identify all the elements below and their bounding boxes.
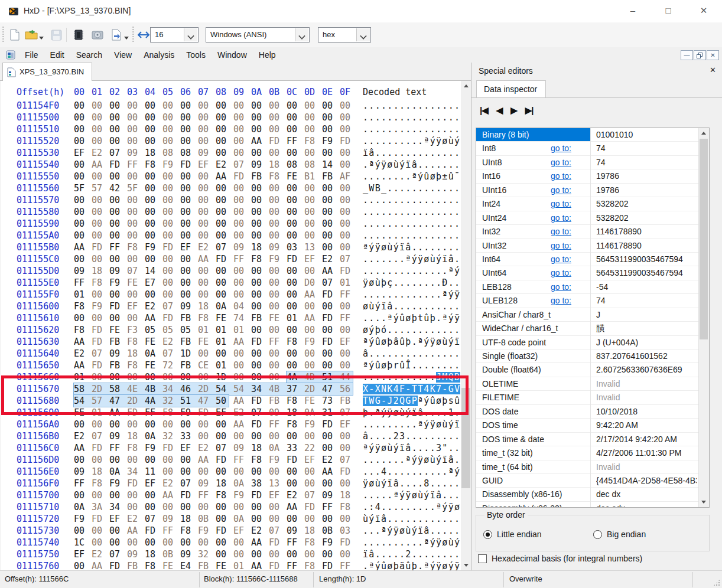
menu-item-analysis[interactable]: Analysis xyxy=(138,47,180,63)
hex-byte[interactable]: 00 xyxy=(145,100,162,112)
inspector-row[interactable]: GUID{44514D4A-2D58-4E58-4B34 xyxy=(476,474,699,488)
hex-byte[interactable]: 00 xyxy=(127,312,145,324)
hex-byte[interactable]: 00 xyxy=(251,324,269,336)
hex-byte[interactable]: EF xyxy=(180,241,198,253)
decoded-cell[interactable]: ïâ.....2........ xyxy=(363,548,460,560)
hex-byte[interactable]: F8 xyxy=(304,560,322,570)
inspector-value[interactable]: J (U+004A) xyxy=(596,338,697,347)
inspector-row[interactable]: Disassembly (x86-32)dec edx xyxy=(476,502,699,508)
nav-first-button[interactable]: |◀ xyxy=(480,105,488,120)
hex-byte[interactable]: 00 xyxy=(74,218,92,230)
hex-byte[interactable]: EF xyxy=(180,442,198,454)
inspector-scrollbar[interactable] xyxy=(698,128,709,507)
hex-byte[interactable]: 00 xyxy=(162,112,180,123)
hex-byte[interactable]: AA xyxy=(74,442,92,454)
hex-byte[interactable]: 00 xyxy=(198,206,216,218)
hex-byte[interactable]: 00 xyxy=(233,112,251,123)
hex-byte[interactable]: 00 xyxy=(340,123,357,135)
hex-byte[interactable]: 00 xyxy=(74,454,92,466)
tab-data-inspector[interactable]: Data inspector xyxy=(476,80,546,98)
hex-byte[interactable]: 00 xyxy=(340,100,357,112)
hex-byte[interactable]: 00 xyxy=(162,537,180,548)
hex-byte[interactable]: 00 xyxy=(127,253,145,265)
hex-byte[interactable]: 00 xyxy=(216,123,233,135)
hex-byte[interactable]: 00 xyxy=(145,135,162,147)
hex-byte[interactable]: 00 xyxy=(269,147,287,159)
hex-byte[interactable]: 09 xyxy=(198,478,216,489)
hex-bytes[interactable]: 5457472D4A32514750AAFDFBF8FE73FB xyxy=(74,395,357,407)
hex-byte[interactable]: 00 xyxy=(180,171,198,182)
inspector-value[interactable]: 2.60725633607636E69 xyxy=(596,365,697,374)
decoded-cell[interactable]: ÿøùýïâ....8..... xyxy=(363,478,460,489)
hex-byte[interactable]: F9 xyxy=(74,513,92,525)
hex-byte[interactable]: 00 xyxy=(269,324,287,336)
hex-byte[interactable]: 00 xyxy=(340,324,357,336)
hex-byte[interactable]: 33 xyxy=(287,442,304,454)
hex-byte[interactable]: 00 xyxy=(74,312,92,324)
hex-byte[interactable]: 0A xyxy=(233,478,251,489)
hex-byte[interactable]: 01 xyxy=(216,324,233,336)
hex-byte[interactable]: 07 xyxy=(233,159,251,171)
hex-byte[interactable]: 00 xyxy=(287,182,304,194)
decoded-cell[interactable]: ªýÿøùýïâ........ xyxy=(363,241,460,253)
hex-byte[interactable]: 09 xyxy=(109,348,127,360)
radio-big-endian[interactable]: Big endian xyxy=(593,530,646,539)
hex-byte[interactable]: 00 xyxy=(92,194,109,206)
inspector-row[interactable]: Binary (8 bit)01001010 xyxy=(476,128,699,142)
checkbox-unchecked-icon[interactable] xyxy=(478,554,487,563)
hex-byte[interactable]: 00 xyxy=(109,525,127,537)
hex-byte[interactable]: 00 xyxy=(287,289,304,300)
hex-byte[interactable]: 00 xyxy=(216,230,233,241)
hex-byte[interactable]: AF xyxy=(340,171,357,182)
decoded-cell[interactable]: ................ xyxy=(363,123,460,135)
hex-byte[interactable]: FE xyxy=(74,407,92,419)
hex-byte[interactable]: 00 xyxy=(287,478,304,489)
hex-byte[interactable]: 09 xyxy=(127,548,145,560)
hex-byte[interactable]: 00 xyxy=(180,265,198,277)
hex-byte[interactable]: FE xyxy=(145,360,162,371)
hex-byte[interactable]: E2 xyxy=(92,548,109,560)
inspector-value[interactable]: 01001010 xyxy=(596,130,697,139)
hex-byte[interactable]: 00 xyxy=(92,419,109,430)
hex-byte[interactable]: FD xyxy=(198,407,216,419)
hex-byte[interactable]: 00 xyxy=(340,300,357,312)
hex-byte[interactable]: 01 xyxy=(233,560,251,570)
hex-byte[interactable]: 07 xyxy=(304,489,322,501)
hex-byte[interactable]: FB xyxy=(269,395,287,407)
mdi-minimize-button[interactable]: — xyxy=(681,50,693,60)
hex-byte[interactable]: 00 xyxy=(251,548,269,560)
hex-byte[interactable]: 4A xyxy=(287,371,304,383)
hex-byte[interactable]: AA xyxy=(251,537,269,548)
new-file-button[interactable] xyxy=(7,27,22,43)
menu-item-search[interactable]: Search xyxy=(70,47,108,63)
hex-byte[interactable]: 00 xyxy=(74,489,92,501)
hex-byte[interactable]: F8 xyxy=(251,454,269,466)
hex-byte[interactable]: 00 xyxy=(251,289,269,300)
hex-byte[interactable]: 00 xyxy=(322,430,340,442)
hex-byte[interactable]: FD xyxy=(92,513,109,525)
decoded-cell[interactable]: ................ xyxy=(363,112,460,123)
hex-byte[interactable]: FE xyxy=(216,312,233,324)
hex-byte[interactable]: 0A xyxy=(269,442,287,454)
hex-byte[interactable]: F9 xyxy=(162,159,180,171)
hex-byte[interactable]: FD xyxy=(127,407,145,419)
hex-byte[interactable]: 00 xyxy=(251,300,269,312)
hex-byte[interactable]: 00 xyxy=(109,218,127,230)
hex-byte[interactable]: 01 xyxy=(74,289,92,300)
hex-bytes[interactable]: 09180A3411000000000000000000AAFD xyxy=(74,466,357,478)
hex-byte[interactable]: 00 xyxy=(304,147,322,159)
inspector-row[interactable]: Int24go to:5328202 xyxy=(476,197,699,211)
hex-byte[interactable]: 00 xyxy=(145,537,162,548)
hex-byte[interactable]: 07 xyxy=(216,241,233,253)
hex-byte[interactable]: FD xyxy=(251,419,269,430)
hex-byte[interactable]: F8 xyxy=(269,171,287,182)
hex-byte[interactable]: F8 xyxy=(340,501,357,513)
hex-byte[interactable]: 00 xyxy=(162,171,180,182)
hex-byte[interactable]: 00 xyxy=(304,300,322,312)
hex-byte[interactable]: FD xyxy=(109,300,127,312)
hex-byte[interactable]: 00 xyxy=(251,360,269,371)
goto-link[interactable]: go to: xyxy=(551,185,571,195)
hex-basis-option[interactable]: Hexadecimal basis (for integral numbers) xyxy=(478,554,642,563)
inspector-value[interactable]: 5645311990035467594 xyxy=(596,268,697,277)
hex-byte[interactable]: 00 xyxy=(251,371,269,383)
